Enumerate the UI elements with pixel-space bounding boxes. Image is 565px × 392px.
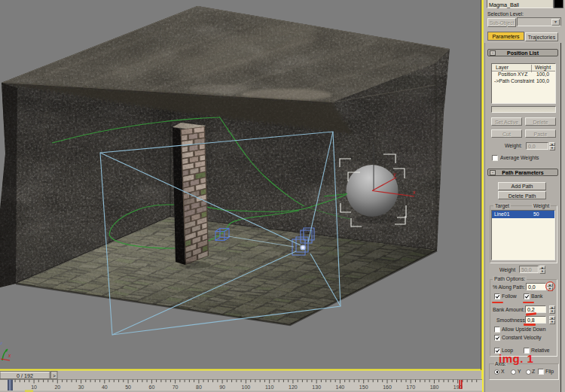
svg-text:80: 80 <box>196 384 202 390</box>
svg-text:100: 100 <box>242 384 251 390</box>
svg-text:160: 160 <box>383 384 392 390</box>
svg-text:70: 70 <box>173 384 179 390</box>
svg-text:50: 50 <box>125 384 131 390</box>
svg-text:180: 180 <box>430 384 439 390</box>
svg-text:110: 110 <box>265 384 273 390</box>
svg-text:150: 150 <box>359 384 368 390</box>
svg-text:40: 40 <box>102 384 108 390</box>
svg-text:20: 20 <box>54 384 60 390</box>
svg-text:120: 120 <box>289 384 298 390</box>
svg-text:90: 90 <box>219 384 225 390</box>
svg-text:10: 10 <box>31 384 37 390</box>
svg-text:190: 190 <box>454 384 463 390</box>
svg-text:0 / 192: 0 / 192 <box>17 372 33 379</box>
svg-text:>: > <box>53 373 56 378</box>
svg-text:130: 130 <box>312 384 321 390</box>
svg-text:140: 140 <box>336 384 345 390</box>
svg-text:60: 60 <box>149 384 155 390</box>
svg-text:z: z <box>0 341 2 345</box>
svg-text:30: 30 <box>78 384 84 390</box>
svg-text:170: 170 <box>406 384 415 390</box>
